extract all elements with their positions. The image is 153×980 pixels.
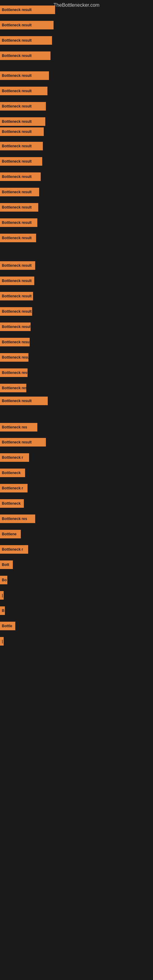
bar-label: Bottleneck result [2, 54, 32, 58]
bar: Bottleneck result [0, 36, 52, 45]
bar-item: | [0, 637, 4, 646]
bar-label: Bott [2, 563, 9, 567]
bar-item: Bottleneck result [0, 353, 29, 362]
bar-item: Bottleneck res [0, 423, 37, 431]
bar: Bottleneck result [0, 353, 29, 362]
bar-label: B [2, 609, 5, 613]
bar-item: Bottleneck result [0, 157, 42, 166]
bar-item: Bottleneck r [0, 545, 28, 554]
bar: Bottleneck res [0, 423, 37, 431]
bar: Bottleneck result [0, 142, 43, 150]
bar: Bottleneck result [0, 72, 49, 80]
bar-label: Bottleneck [2, 471, 21, 475]
bar-item: Bottleneck result [0, 218, 37, 227]
bar-item: Bottleneck r [0, 484, 27, 492]
bar-item: Bottleneck result [0, 51, 51, 60]
bar-item: Bottleneck result [0, 261, 35, 270]
bar: Bottleneck result [0, 157, 42, 166]
chart-container: TheBottlenecker.com Bottleneck resultBot… [0, 0, 153, 980]
bar: | [0, 591, 4, 600]
bar-item: Bottleneck result [0, 172, 41, 181]
bar: Bottleneck result [0, 292, 33, 301]
bar-label: Bottleneck result [2, 130, 32, 134]
bar-item: Bottleneck result [0, 87, 48, 95]
bar: Bottleneck result [0, 127, 44, 136]
bar: Bottle [0, 622, 15, 630]
bar: Bottleneck result [0, 234, 36, 242]
bar-label: Bottleneck result [2, 294, 32, 298]
bar: Bott [0, 560, 13, 569]
bar-label: Bo [2, 578, 7, 582]
bar: Bottleneck result [0, 51, 51, 60]
bar: Bottleneck result [0, 5, 55, 14]
bar: B [0, 606, 5, 615]
bar-label: Bottleneck result [2, 38, 32, 43]
bar: Bottleneck r [0, 484, 27, 492]
bar-label: Bottleneck result [2, 205, 32, 210]
bar-label: Bottleneck result [2, 399, 32, 403]
bar-label: Bottleneck r [2, 547, 23, 552]
bar-item: Bottleneck result [0, 36, 52, 45]
bar-item: Bottleneck result [0, 102, 46, 111]
bar-label: Bottleneck result [2, 89, 32, 93]
bar: Bottleneck result [0, 368, 27, 377]
bar-item: Bottleneck result [0, 307, 32, 316]
bar-label: Bottleneck result [2, 159, 32, 164]
bar: Bottlene [0, 530, 21, 538]
bar-label: Bottleneck result [2, 221, 32, 225]
bar-item: Bottleneck result [0, 292, 33, 301]
bar-label: Bottleneck result [2, 325, 30, 329]
bar-item: Bottleneck result [0, 323, 30, 331]
bar-item: Bott [0, 560, 13, 569]
bar-item: Bottleneck result [0, 21, 54, 29]
bar: Bottleneck r [0, 453, 29, 462]
bar-item: Bottleneck [0, 499, 24, 508]
bar: Bottleneck result [0, 396, 48, 405]
bar-item: Bottleneck result [0, 72, 49, 80]
bar-item: B [0, 606, 5, 615]
bar-item: Bottleneck result [0, 127, 44, 136]
bar: Bottleneck result [0, 438, 46, 447]
bar: Bottleneck result [0, 172, 41, 181]
bar: Bottleneck result [0, 261, 35, 270]
bar: Bottleneck res [0, 514, 35, 523]
bar-item: Bottlene [0, 530, 21, 538]
bar: Bottleneck [0, 469, 25, 477]
bar-label: Bottleneck result [2, 73, 32, 78]
bar-label: Bottlene [2, 532, 16, 536]
bar-label: Bottleneck res [2, 517, 27, 521]
bar-item: Bottleneck result [0, 234, 36, 242]
bar-item: Bottleneck result [0, 142, 43, 150]
bar: | [0, 637, 4, 646]
bar: Bottleneck result [0, 188, 39, 196]
bar-item: Bottleneck result [0, 5, 55, 14]
bar: Bottleneck result [0, 21, 54, 29]
bar-label: Bottleneck result [2, 104, 32, 108]
bar: Bottleneck result [0, 203, 38, 212]
bar-label: Bottleneck result [2, 386, 26, 390]
bar-label: Bottleneck result [2, 175, 32, 179]
bar: Bottleneck result [0, 102, 46, 111]
bar-label: Bottleneck result [2, 263, 32, 268]
bar-label: Bottleneck r [2, 455, 23, 460]
bar: Bottleneck [0, 499, 24, 508]
bar-label: Bottleneck result [2, 119, 32, 124]
bar-item: Bottleneck result [0, 368, 27, 377]
bar-item: Bottleneck result [0, 338, 30, 346]
bar-item: Bottleneck [0, 469, 25, 477]
bar-label: Bottleneck result [2, 440, 32, 444]
bar: Bottleneck r [0, 545, 28, 554]
bar-label: Bottleneck result [2, 340, 30, 344]
bar-label: Bottleneck result [2, 236, 32, 240]
bar-item: Bottleneck result [0, 188, 39, 196]
bar-item: Bottleneck result [0, 384, 26, 392]
bar-item: Bottle [0, 622, 15, 630]
bar-label: Bottleneck result [2, 190, 32, 194]
bar: Bottleneck result [0, 338, 30, 346]
bar-label: Bottleneck result [2, 23, 32, 27]
bar-item: Bottleneck result [0, 396, 48, 405]
bar: Bo [0, 576, 7, 584]
bar: Bottleneck result [0, 218, 37, 227]
bar: Bottleneck result [0, 323, 30, 331]
bar-label: Bottleneck result [2, 371, 27, 375]
